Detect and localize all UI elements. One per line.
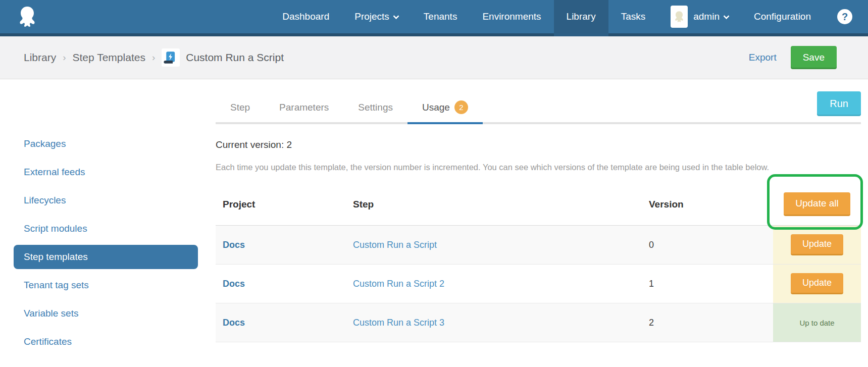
project-link[interactable]: Docs (223, 279, 245, 289)
table-row-2-step: Custom Run a Script 2 (346, 265, 642, 303)
page-title: Custom Run a Script (186, 51, 284, 64)
table-row-3-project: Docs (216, 303, 346, 342)
help-icon: ? (837, 9, 852, 24)
table-row-1-step: Custom Run a Script (346, 226, 642, 265)
nav-menu: Dashboard Projects Tenants Environments … (270, 0, 868, 36)
octopus-logo-icon[interactable] (0, 0, 56, 36)
usage-table: Project Step Version Update all Docs Cus… (216, 184, 861, 342)
update-all-button[interactable]: Update all (784, 192, 850, 216)
update-button[interactable]: Update (791, 234, 843, 255)
user-menu[interactable]: admin (658, 0, 741, 36)
nav-item-dashboard[interactable]: Dashboard (270, 0, 342, 36)
table-row-3-version: 2 (642, 303, 773, 342)
chevron-down-icon (723, 13, 730, 19)
column-header-step: Step (346, 184, 642, 226)
tab-usage[interactable]: Usage 2 (407, 93, 483, 124)
sidebar-item-lifecycles[interactable]: Lifecycles (14, 186, 198, 215)
breadcrumb-separator: › (63, 52, 66, 63)
sidebar-item-variable-sets[interactable]: Variable sets (14, 299, 198, 328)
chevron-down-icon (393, 13, 399, 19)
nav-item-projects[interactable]: Projects (342, 0, 411, 36)
table-row-3-action: Up to date (773, 303, 861, 342)
update-button[interactable]: Update (791, 273, 843, 294)
column-header-project: Project (216, 184, 346, 226)
export-link[interactable]: Export (749, 52, 777, 63)
nav-item-tasks[interactable]: Tasks (608, 0, 658, 36)
table-row-3-step: Custom Run a Script 3 (346, 303, 642, 342)
nav-item-configuration[interactable]: Configuration (741, 0, 824, 36)
sidebar-item-external-feeds[interactable]: External feeds (14, 158, 198, 186)
tab-settings[interactable]: Settings (343, 93, 407, 122)
usage-description: Each time you update this template, the … (216, 163, 861, 172)
tab-bar: Step Parameters Settings Usage 2 Run (216, 93, 861, 124)
project-link[interactable]: Docs (223, 240, 245, 250)
run-button[interactable]: Run (817, 91, 861, 116)
top-navbar: Dashboard Projects Tenants Environments … (0, 0, 868, 36)
column-header-version: Version (642, 184, 773, 226)
current-version-text: Current version: 2 (216, 139, 861, 150)
step-template-icon (162, 48, 180, 67)
sidebar-item-script-modules[interactable]: Script modules (14, 215, 198, 243)
breadcrumb-actions: Export Save (749, 46, 837, 69)
help-button[interactable]: ? (824, 0, 868, 36)
sidebar-item-packages[interactable]: Packages (14, 130, 198, 158)
breadcrumb-bar: Library › Step Templates › Custom Run a … (0, 36, 868, 79)
table-row-1-project: Docs (216, 226, 346, 265)
step-link[interactable]: Custom Run a Script 2 (353, 279, 444, 289)
table-row-1-action: Update (773, 226, 861, 265)
usage-count-badge: 2 (454, 100, 468, 114)
step-link[interactable]: Custom Run a Script 3 (353, 318, 444, 328)
nav-item-library[interactable]: Library (554, 0, 608, 36)
table-row-2-action: Update (773, 265, 861, 303)
sidebar-item-step-templates[interactable]: Step templates (14, 243, 198, 271)
tab-parameters[interactable]: Parameters (265, 93, 343, 122)
breadcrumb-step-templates[interactable]: Step Templates (73, 51, 145, 64)
table-row-2-version: 1 (642, 265, 773, 303)
step-link[interactable]: Custom Run a Script (353, 240, 437, 250)
up-to-date-status: Up to date (799, 319, 834, 327)
column-header-action: Update all (773, 184, 861, 226)
library-sidebar: Packages External feeds Lifecycles Scrip… (0, 79, 216, 356)
table-row-1-version: 0 (642, 226, 773, 265)
user-avatar (671, 6, 688, 28)
sidebar-item-certificates[interactable]: Certificates (14, 328, 198, 356)
main-panel: Step Parameters Settings Usage 2 Run Cur… (216, 79, 868, 342)
username: admin (693, 11, 720, 22)
breadcrumb-separator: › (152, 52, 155, 63)
nav-item-environments[interactable]: Environments (470, 0, 553, 36)
breadcrumb-library[interactable]: Library (24, 51, 56, 64)
content-area: Packages External feeds Lifecycles Scrip… (0, 79, 868, 356)
project-link[interactable]: Docs (223, 318, 245, 328)
tab-step[interactable]: Step (216, 93, 265, 122)
nav-item-tenants[interactable]: Tenants (411, 0, 470, 36)
sidebar-item-tenant-tag-sets[interactable]: Tenant tag sets (14, 271, 198, 299)
save-button[interactable]: Save (791, 46, 837, 69)
table-row-2-project: Docs (216, 265, 346, 303)
